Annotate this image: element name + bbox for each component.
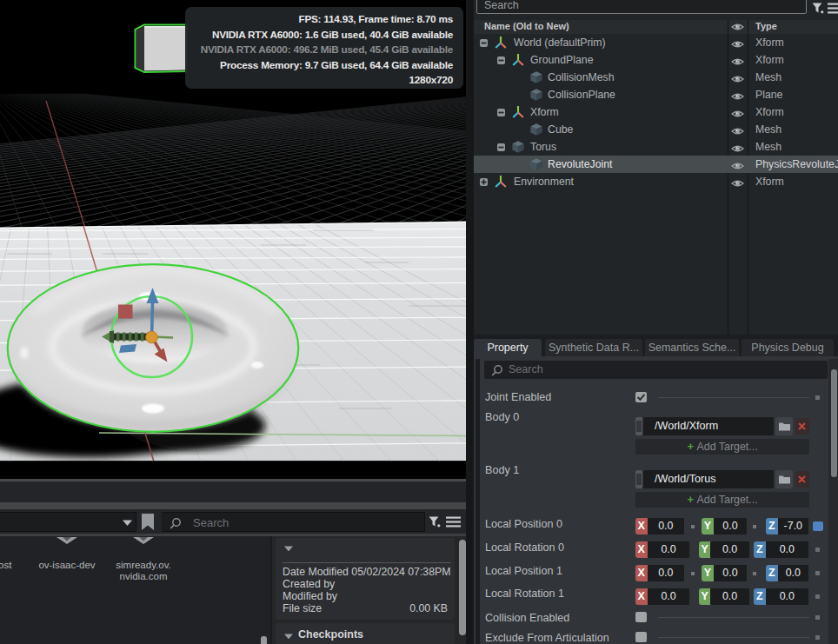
content-details-scrollbar[interactable] xyxy=(459,540,466,635)
column-header-name[interactable]: Name (Old to New) xyxy=(484,21,569,31)
prim-type: Mesh xyxy=(755,141,781,153)
content-item-ov-isaac-dev[interactable]: ov-isaac-dev xyxy=(32,560,102,571)
tab-semantics-sche[interactable]: Semantics Sche... xyxy=(645,339,739,356)
visibility-eye-icon[interactable] xyxy=(731,107,743,117)
vec3-field-z[interactable]: -7.0 xyxy=(778,518,808,534)
stage-filter-icon[interactable] xyxy=(811,2,825,15)
visibility-eye-icon[interactable] xyxy=(731,124,743,135)
file-info-value: 0.00 KB xyxy=(409,602,448,614)
checkbox-collision-enabled[interactable] xyxy=(635,612,647,622)
content-search-field[interactable]: Search xyxy=(162,512,425,532)
tab-physics-debug[interactable]: Physics Debug xyxy=(742,339,834,356)
drag-handle[interactable] xyxy=(635,470,642,488)
browse-folder-button[interactable] xyxy=(775,417,793,435)
checkpoints-collapse-icon[interactable] xyxy=(284,634,293,639)
stage-tree-row-cube[interactable]: CubeMesh xyxy=(474,121,838,138)
prim-name[interactable]: Xform xyxy=(530,106,559,118)
prim-name[interactable]: CollisionPlane xyxy=(548,89,615,101)
content-browser-band[interactable] xyxy=(0,502,466,509)
file-info-collapse-icon[interactable] xyxy=(284,546,293,551)
vec3-field-z[interactable]: 0.0 xyxy=(778,565,808,581)
changed-value-indicator[interactable] xyxy=(813,521,823,531)
tab-synthetic-data-r[interactable]: Synthetic Data R... xyxy=(545,339,642,356)
drag-handle[interactable] xyxy=(635,417,642,435)
path-dropdown-arrow-icon[interactable] xyxy=(123,520,132,526)
prim-name[interactable]: World (defaultPrim) xyxy=(514,37,606,49)
visibility-eye-icon[interactable] xyxy=(731,142,743,152)
target-path-field[interactable]: /World/Torus xyxy=(643,470,774,488)
content-filter-icon[interactable] xyxy=(428,515,442,528)
column-header-type[interactable]: Type xyxy=(755,21,777,31)
content-grid-scrollbar[interactable] xyxy=(261,636,267,644)
visibility-eye-icon[interactable] xyxy=(731,159,743,169)
expand-expander-icon[interactable] xyxy=(480,178,488,186)
collapse-expander-icon[interactable] xyxy=(497,143,505,151)
visibility-eye-icon[interactable] xyxy=(731,176,743,187)
vec3-field-y[interactable]: 0.0 xyxy=(710,588,748,605)
property-scrollbar-thumb[interactable] xyxy=(831,369,837,477)
stage-tree-row-collisionplane[interactable]: CollisionPlanePlane xyxy=(474,86,838,103)
default-value-indicator[interactable] xyxy=(815,395,820,400)
vec3-field-z[interactable]: 0.0 xyxy=(766,588,808,605)
stage-tree-row-torus[interactable]: TorusMesh xyxy=(474,138,838,156)
bookmark-icon[interactable] xyxy=(142,514,154,530)
add-target-button[interactable]: + Add Target... xyxy=(635,492,809,508)
collapse-expander-icon[interactable] xyxy=(497,109,505,116)
checkbox-exclude-from-articulation[interactable] xyxy=(635,632,647,642)
default-value-indicator[interactable] xyxy=(815,548,820,552)
stage-tree-row-world-defaultprim[interactable]: World (defaultPrim)Xform xyxy=(474,34,838,51)
collapse-expander-icon[interactable] xyxy=(497,56,505,64)
stats-line: FPS: 114.93, Frame time: 8.70 ms xyxy=(194,12,453,27)
property-label: Local Position 0 xyxy=(485,518,562,530)
content-item-simready[interactable]: simready.ov.nvidia.com xyxy=(109,560,178,582)
path-breadcrumb-field[interactable] xyxy=(0,512,136,532)
default-value-indicator[interactable] xyxy=(815,635,820,640)
vec3-field-y[interactable]: 0.0 xyxy=(714,518,748,534)
stage-search-field[interactable]: Search xyxy=(476,0,807,14)
target-path-field[interactable]: /World/Xform xyxy=(643,417,774,435)
panel-splitter[interactable] xyxy=(466,0,474,644)
prim-name[interactable]: CollisionMesh xyxy=(548,71,615,83)
tab-property[interactable]: Property xyxy=(474,339,542,356)
browse-folder-button[interactable] xyxy=(775,470,793,488)
prim-name[interactable]: RevoluteJoint xyxy=(548,158,613,170)
viewport-3d[interactable]: FPS: 114.93, Frame time: 8.70 msNVIDIA R… xyxy=(0,0,466,479)
stage-tree-row-environment[interactable]: EnvironmentXform xyxy=(474,173,838,190)
property-search-field[interactable]: Search xyxy=(484,361,828,379)
add-target-button[interactable]: + Add Target... xyxy=(635,439,809,455)
vec3-field-x[interactable]: 0.0 xyxy=(648,588,690,605)
stage-tree-row-revolutejoint[interactable]: RevoluteJointPhysicsRevoluteJoint xyxy=(474,156,838,173)
cube-mesh[interactable] xyxy=(136,25,188,73)
prim-name[interactable]: Cube xyxy=(548,123,573,136)
vec3-field-z[interactable]: 0.0 xyxy=(766,541,808,558)
column-header-visibility-icon[interactable] xyxy=(731,22,744,32)
content-menu-icon[interactable] xyxy=(446,516,461,528)
default-value-indicator[interactable] xyxy=(815,571,820,575)
stage-tree-row-groundplane[interactable]: GroundPlaneXform xyxy=(474,51,838,69)
prim-name[interactable]: Environment xyxy=(514,176,574,188)
checkbox-joint-enabled[interactable] xyxy=(635,392,647,402)
property-search-icon xyxy=(491,364,503,376)
vec3-field-x[interactable]: 0.0 xyxy=(648,565,684,581)
remove-target-button[interactable] xyxy=(795,471,810,488)
default-value-indicator[interactable] xyxy=(815,615,820,620)
visibility-eye-icon[interactable] xyxy=(731,37,743,48)
stage-tree-row-collisionmesh[interactable]: CollisionMeshMesh xyxy=(474,69,838,86)
prim-name[interactable]: GroundPlane xyxy=(530,54,593,66)
stage-menu-icon[interactable] xyxy=(828,3,838,14)
default-value-indicator[interactable] xyxy=(815,594,820,599)
prim-type: Mesh xyxy=(755,71,781,83)
visibility-eye-icon[interactable] xyxy=(731,90,743,100)
visibility-eye-icon[interactable] xyxy=(731,72,743,83)
stage-tree-row-xform[interactable]: XformXform xyxy=(474,103,838,121)
content-item-localhost[interactable]: ost xyxy=(0,560,24,571)
vec3-field-x[interactable]: 0.0 xyxy=(648,541,690,558)
prim-name[interactable]: Torus xyxy=(530,141,556,153)
stage-column-header[interactable]: Name (Old to New)Type xyxy=(474,20,838,34)
collapse-expander-icon[interactable] xyxy=(480,39,488,47)
vec3-field-y[interactable]: 0.0 xyxy=(710,541,748,558)
vec3-field-y[interactable]: 0.0 xyxy=(714,565,748,581)
visibility-eye-icon[interactable] xyxy=(731,55,743,65)
vec3-field-x[interactable]: 0.0 xyxy=(648,518,684,534)
remove-target-button[interactable] xyxy=(795,418,810,435)
